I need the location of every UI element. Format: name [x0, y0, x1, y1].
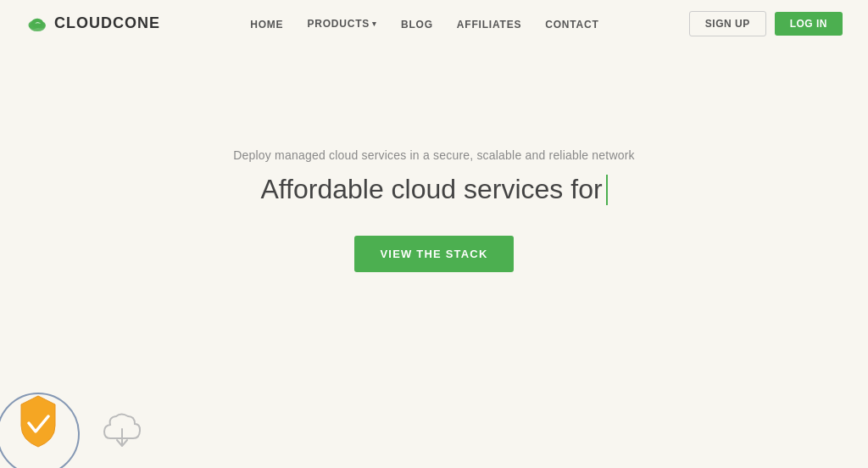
login-button[interactable]: LOG IN [775, 12, 843, 36]
signup-button[interactable]: SIGN UP [689, 11, 766, 36]
shield-decoration [0, 370, 102, 468]
logo-icon [25, 12, 49, 36]
nav-link-products[interactable]: PRODUCTS ▾ [307, 18, 377, 30]
nav-item-contact[interactable]: CONTACT [545, 16, 598, 31]
nav-item-products[interactable]: PRODUCTS ▾ [307, 18, 377, 30]
text-cursor [606, 175, 608, 205]
cloud-download-decoration [97, 409, 153, 455]
nav-item-affiliates[interactable]: AFFILIATES [457, 16, 521, 31]
nav-link-blog[interactable]: BLOG [401, 19, 433, 31]
logo-text: CLOUDCONE [54, 14, 160, 32]
hero-section: Deploy managed cloud services in a secur… [0, 47, 868, 272]
nav-buttons: SIGN UP LOG IN [689, 11, 843, 36]
view-stack-button[interactable]: VIEW THE STACK [354, 236, 513, 272]
nav-link-contact[interactable]: CONTACT [545, 19, 598, 31]
hero-title: Affordable cloud services for [260, 174, 607, 205]
chevron-down-icon: ▾ [372, 20, 377, 28]
navbar: CLOUDCONE HOME PRODUCTS ▾ BLOG AFFILIATE… [0, 0, 868, 47]
nav-link-home[interactable]: HOME [250, 19, 283, 31]
nav-item-home[interactable]: HOME [250, 16, 283, 31]
logo[interactable]: CLOUDCONE [25, 12, 160, 36]
nav-item-blog[interactable]: BLOG [401, 16, 433, 31]
nav-links: HOME PRODUCTS ▾ BLOG AFFILIATES CONTACT [250, 16, 598, 31]
hero-subtitle: Deploy managed cloud services in a secur… [233, 148, 635, 162]
nav-link-affiliates[interactable]: AFFILIATES [457, 19, 521, 31]
